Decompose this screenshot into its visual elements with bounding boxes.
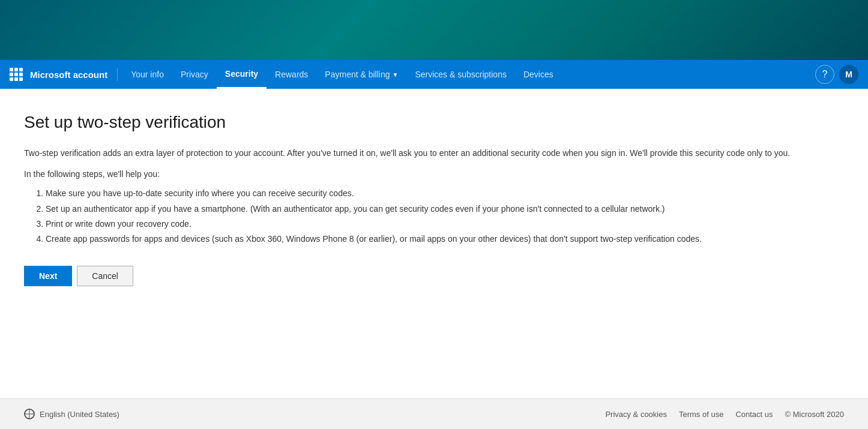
nav-devices[interactable]: Devices: [515, 60, 562, 89]
intro-paragraph: Two-step verification adds an extra laye…: [24, 146, 834, 160]
footer: English (United States) Privacy & cookie…: [0, 398, 868, 429]
nav-services-subscriptions[interactable]: Services & subscriptions: [406, 60, 515, 89]
nav-payment-billing[interactable]: Payment & billing ▼: [316, 60, 406, 89]
cancel-button[interactable]: Cancel: [77, 266, 133, 286]
avatar[interactable]: M: [839, 65, 858, 84]
footer-right: Privacy & cookies Terms of use Contact u…: [605, 410, 844, 419]
terms-of-use-link[interactable]: Terms of use: [679, 410, 723, 419]
brand-area: Microsoft account: [10, 68, 118, 81]
help-button[interactable]: ?: [815, 65, 834, 84]
footer-left: English (United States): [24, 409, 119, 419]
steps-list: Make sure you have up-to-date security i…: [24, 186, 844, 247]
nav-rewards[interactable]: Rewards: [267, 60, 316, 89]
nav-your-info[interactable]: Your info: [122, 60, 172, 89]
step-2: Set up an authenticator app if you have …: [46, 202, 826, 217]
nav-security[interactable]: Security: [217, 60, 267, 89]
steps-intro: In the following steps, we'll help you:: [24, 169, 844, 179]
step-1: Make sure you have up-to-date security i…: [46, 186, 826, 201]
copyright: © Microsoft 2020: [785, 410, 844, 419]
nav-payment-billing-label: Payment & billing: [325, 70, 390, 79]
next-button[interactable]: Next: [24, 266, 72, 286]
apps-grid-icon[interactable]: [10, 68, 23, 81]
chevron-down-icon: ▼: [393, 71, 399, 78]
button-row: Next Cancel: [24, 266, 844, 286]
main-content: Set up two-step verification Two-step ve…: [0, 89, 868, 398]
step-3: Print or write down your recovery code.: [46, 217, 826, 232]
nav-links: Your info Privacy Security Rewards Payme…: [122, 60, 815, 89]
brand-label: Microsoft account: [30, 70, 107, 80]
nav-right: ? M: [815, 65, 858, 84]
globe-icon: [24, 409, 35, 419]
page-title: Set up two-step verification: [24, 113, 844, 132]
language-label: English (United States): [40, 410, 119, 419]
top-banner: [0, 0, 868, 60]
privacy-cookies-link[interactable]: Privacy & cookies: [605, 410, 667, 419]
step-4: Create app passwords for apps and device…: [46, 232, 826, 247]
contact-us-link[interactable]: Contact us: [735, 410, 773, 419]
navbar: Microsoft account Your info Privacy Secu…: [0, 60, 868, 89]
nav-privacy[interactable]: Privacy: [172, 60, 217, 89]
